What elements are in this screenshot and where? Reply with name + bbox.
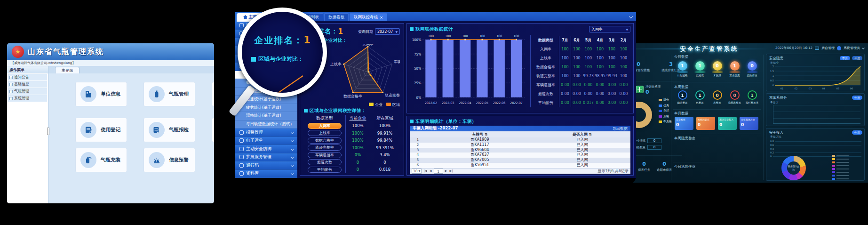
dropdown-arrow-icon: ▼ [419,169,421,172]
magnified-rank-value: 1 [303,34,311,46]
metric-button-occlusion[interactable]: 车辆遮挡率 [308,152,342,158]
first-page-button[interactable]: |◀ [423,169,427,173]
stat-overdue-maintain: 0 逾期未保养 [655,161,674,172]
week-data-title: 本周数据 [674,85,688,89]
field-enterprise-drill: 企业演练 0 [634,138,661,143]
sidebar-item-cylinder-mgmt[interactable]: +气瓶管理 [8,88,47,95]
radar-axis-label: 车辆遮挡率 [394,60,400,64]
table-row: 轨迹完整率10010099.7398.9599.93100 [533,72,630,80]
sidebar-menu-header: 操作菜单 [7,66,48,73]
table-row[interactable]: 5鲁KA7005已入网 [410,158,630,163]
svg-text:100: 100 [496,34,502,38]
card-cylinder-mgmt[interactable]: 气瓶管理 [143,82,195,106]
user-menu[interactable]: 系统管理员 [844,46,860,50]
top-tab-data-board[interactable]: 数据看板 [324,13,349,21]
menu-drift-stats-yz[interactable]: 漂移统计(基于运政) [235,112,297,121]
section-divider [673,82,761,82]
vehicle-table-header: 车牌号 ⇅ 是否入网 ⇅ [410,131,630,137]
home-icon [243,15,247,19]
expand-plus-icon[interactable]: + [9,83,13,86]
svg-text:2022-02: 2022-02 [425,101,437,105]
menu-alarm-mgmt[interactable]: 报警管理 [235,129,297,137]
vehicle-panel-title: 车辆明细统计（单位：车辆） [415,119,477,125]
chevron-down-icon [291,139,294,142]
card-unit-info[interactable]: 单位信息 [75,82,127,106]
sort-icon[interactable]: ⇅ [589,132,592,137]
svg-text:1: 1 [772,74,774,77]
table-row: 车辆遮挡率0.000.000.000.000.000.00 [533,80,630,89]
export-data-button[interactable]: 导出数据 [613,126,628,131]
last-page-button[interactable]: ▶| [449,169,454,173]
metric-button-network-rate[interactable]: 入网率 [308,123,342,129]
page-number-input[interactable]: 1 [434,169,443,174]
month-data-title: 本月数据 [674,111,688,116]
top-tab-network-assessment[interactable]: 联网联控考核× [350,13,387,21]
table-row: 平均疲劳0.000.000.0170.000.000.00 [533,98,630,107]
left-app-title: 山东省气瓶管理系统 [28,47,104,57]
expand-plus-icon[interactable]: + [9,76,13,79]
stat-maintain-tasks: 0 保养任务 [636,161,652,172]
year-filter-button[interactable]: 年度 [852,96,862,100]
left-app-tabbar: 主界面 [48,66,214,73]
prev-page-button[interactable]: ◀ [429,169,432,173]
sidebar-item-system-mgmt[interactable]: +系统管理 [8,95,47,102]
tab-main-screen[interactable]: 主界面 [55,67,80,73]
enterprise-rank-value: 1 [338,27,343,36]
radar-axis-label: 数据合格率 [343,94,362,98]
plate-column-header[interactable]: 车牌号 ⇅ [426,131,534,137]
menu-e-waybill[interactable]: 电子运单 [235,137,297,145]
card-cylinder-filling[interactable]: 气瓶充装 [75,148,127,172]
table-row[interactable]: 6鲁K56951已入网 [410,163,630,168]
metric-button-track-complete[interactable]: 轨迹完整率 [308,145,342,151]
vehicle-detail-panel: 车辆明细统计（单位：车辆） 车辆入网明细 -2022-07 导出数据 车牌号 ⇅… [406,116,634,176]
chevron-down-icon[interactable] [629,15,633,18]
chevron-down-icon[interactable] [862,47,865,49]
sidebar-item-basic-info[interactable]: +基础信息 [8,81,47,88]
expand-plus-icon[interactable]: + [9,97,13,100]
menu-pass-code[interactable]: 通行码 [235,161,297,170]
sidebar-item-notice[interactable]: +通知公告 [8,74,47,80]
section-divider [673,134,761,134]
query-date-select[interactable]: 2022-07▼ [375,28,400,35]
svg-text:2022-06: 2022-06 [493,101,505,105]
year-filter-button[interactable]: 年度 [852,130,862,135]
menu-data-library[interactable]: 资料库 [235,170,297,178]
grade-legend: 满分 优秀 良好 及格 不及格 [659,98,672,124]
metric-button-data-quality[interactable]: 数据合格率 [308,137,342,144]
column-divider [763,55,764,180]
query-date-label: 查询日期 [358,29,373,34]
menu-fatigue-stats-yz[interactable]: 疲劳统计(基于运政) [235,104,297,112]
menu-active-safety[interactable]: 主动安全防御 [235,145,297,153]
svg-text:2022-04: 2022-04 [459,101,471,105]
badge-completed: 1已完成 [692,61,708,77]
page-size-select[interactable]: 10▼ [412,169,422,174]
svg-text:2: 2 [772,65,774,68]
card-info-alert[interactable]: 信息预警 [143,148,195,172]
menu-daily-track-test[interactable]: 每日轨迹数据统计（测试） [235,121,297,129]
table-row[interactable]: 4鲁KA7637已入网 [410,153,630,158]
sidebar-splitter-handle[interactable] [47,128,49,135]
magnifier-lens: 企业排名：1 区域与企业对比： [238,8,327,97]
month-filter-button[interactable]: 本月 [840,56,850,60]
investment-donut-chart: 安全投入占比 [781,156,806,180]
svg-text:100: 100 [462,34,468,38]
table-row[interactable]: 1鲁KA1909已入网 [410,137,630,143]
next-page-button[interactable]: ▶ [445,169,448,173]
chevron-down-icon [291,164,294,167]
card-cylinder-inspect[interactable]: 气瓶报检 [143,118,195,142]
table-row[interactable]: 2鲁KA1117已入网 [410,143,630,148]
year-filter-button[interactable]: 年度 [852,56,862,60]
admin-link[interactable]: 后台管理 [821,46,835,50]
metric-button-speeding[interactable]: 超速次数 [308,159,342,165]
card-usage-register[interactable]: 使用登记 [75,118,127,142]
status-column-header[interactable]: 是否入网 ⇅ [534,131,630,137]
expand-plus-icon[interactable]: + [9,90,13,93]
hazard-chart-panel: 安全隐患 本月 年度 单位/个 2 1.5 1 0.5 0 01 02 03 [766,54,865,91]
table-row[interactable]: 3鲁K96604已入网 [410,148,630,153]
sort-icon[interactable]: ⇅ [485,132,488,137]
close-icon[interactable]: × [380,15,383,20]
menu-extended-service[interactable]: 扩展服务管理 [235,153,297,162]
metric-button-online-rate[interactable]: 上线率 [308,130,342,136]
metric-button-fatigue[interactable]: 平均疲劳 [308,167,342,173]
metric-dropdown[interactable]: 入网率▼ [589,26,630,32]
